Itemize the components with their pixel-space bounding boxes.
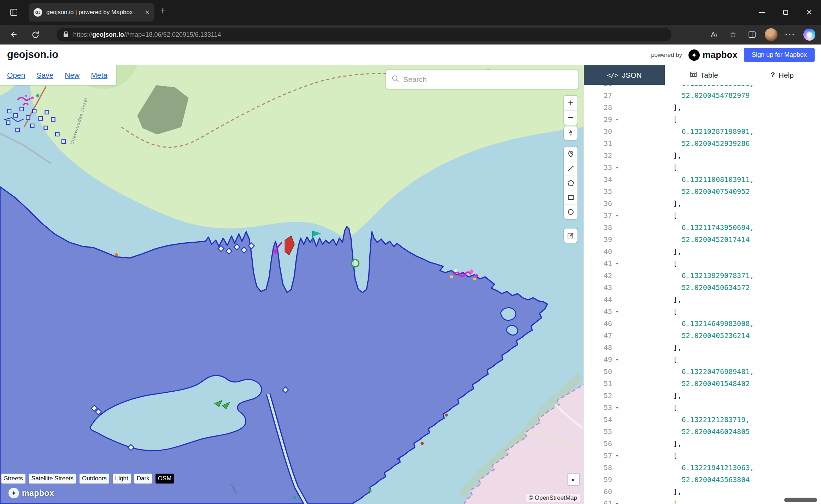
zoom-in-button[interactable]: + xyxy=(564,96,577,110)
editor-line-42[interactable]: 42 6.13213929078371, xyxy=(584,269,821,281)
open-button[interactable]: Open xyxy=(7,71,25,79)
code-text[interactable]: 52.0200452939286 xyxy=(622,137,750,149)
fold-arrow-icon[interactable]: ▾ xyxy=(612,450,622,462)
code-text[interactable]: [ xyxy=(622,306,678,318)
feature-teal-dot[interactable] xyxy=(36,94,39,97)
fold-arrow-icon[interactable]: ▾ xyxy=(612,113,622,125)
feature-green-circle[interactable] xyxy=(351,260,359,267)
code-text[interactable]: ], xyxy=(622,486,682,498)
editor-line-38[interactable]: 38 6.13211743950694, xyxy=(584,221,821,233)
draw-polygon-button[interactable] xyxy=(564,176,577,190)
new-button[interactable]: New xyxy=(65,71,80,79)
editor-line-46[interactable]: 46 6.13214649983008, xyxy=(584,318,821,330)
editor-line-51[interactable]: 51 52.0200401548402 xyxy=(584,378,821,390)
code-text[interactable]: 52.0200452017414 xyxy=(622,233,750,245)
fold-arrow-icon[interactable]: ▾ xyxy=(612,354,622,366)
code-text[interactable]: ], xyxy=(622,149,682,161)
code-text[interactable]: [ xyxy=(622,113,678,125)
map-mapbox-logo[interactable]: mapbox xyxy=(8,488,54,498)
fold-arrow-icon[interactable]: ▾ xyxy=(612,402,622,414)
code-text[interactable]: 52.0200405236214 xyxy=(622,330,750,342)
fold-arrow-icon[interactable]: ▾ xyxy=(612,257,622,269)
code-text[interactable]: ], xyxy=(622,245,682,257)
browser-menu-icon[interactable]: ··· xyxy=(782,30,798,40)
compass-button[interactable] xyxy=(564,126,577,140)
copilot-icon[interactable] xyxy=(801,29,817,41)
editor-line-49[interactable]: 49▾ [ xyxy=(584,354,821,366)
editor-line-41[interactable]: 41▾ [ xyxy=(584,257,821,269)
editor-line-29[interactable]: 29▾ [ xyxy=(584,113,821,125)
split-screen-icon[interactable] xyxy=(744,30,760,39)
editor-line-55[interactable]: 55 52.0200446024805 xyxy=(584,426,821,438)
editor-line-47[interactable]: 47 52.0200405236214 xyxy=(584,330,821,342)
code-text[interactable]: 6.1322121283719, xyxy=(622,414,750,426)
basemap-style-osm[interactable]: OSM xyxy=(156,474,174,484)
basemap-style-streets[interactable]: Streets xyxy=(1,474,25,484)
editor-line-43[interactable]: 43 52.0200450634572 xyxy=(584,281,821,293)
read-aloud-button[interactable]: A) xyxy=(706,31,722,38)
fold-arrow-icon[interactable]: ▾ xyxy=(612,306,622,318)
fold-arrow-icon[interactable]: ▾ xyxy=(612,498,622,504)
new-tab-button[interactable]: + xyxy=(160,5,166,17)
editor-line-27[interactable]: 27 52.0200454782979 xyxy=(584,89,821,101)
draw-circle-button[interactable] xyxy=(564,204,577,219)
code-text[interactable]: ], xyxy=(622,342,682,354)
code-text[interactable]: 52.0200450634572 xyxy=(622,281,750,293)
search-input[interactable] xyxy=(403,75,573,84)
address-bar[interactable]: https://geojson.io/#map=18.06/52.020915/… xyxy=(57,28,672,41)
editor-line-48[interactable]: 48 ], xyxy=(584,342,821,354)
signup-mapbox-button[interactable]: Sign up for Mapbox xyxy=(744,48,815,62)
editor-line-35[interactable]: 35 52.0200407540952 xyxy=(584,185,821,197)
editor-line-26[interactable]: 26 6.13209373896298, xyxy=(584,85,821,89)
code-text[interactable]: 6.13211008103911, xyxy=(622,173,754,185)
code-text[interactable]: [ xyxy=(622,498,678,504)
code-text[interactable]: 6.13213929078371, xyxy=(622,269,754,281)
draw-marker-button[interactable] xyxy=(564,147,577,161)
code-text[interactable]: 52.0200407540952 xyxy=(622,185,750,197)
window-close-button[interactable]: × xyxy=(797,0,821,25)
editor-line-40[interactable]: 40 ], xyxy=(584,245,821,257)
editor-line-59[interactable]: 59 52.0200445563804 xyxy=(584,474,821,486)
code-text[interactable]: 6.13220476989481, xyxy=(622,366,754,378)
save-button[interactable]: Save xyxy=(36,71,53,79)
editor-line-28[interactable]: 28 ], xyxy=(584,101,821,113)
basemap-style-satellite-streets[interactable]: Satellite Streets xyxy=(29,474,76,484)
editor-line-60[interactable]: 60 ], xyxy=(584,486,821,498)
panel-collapse-button[interactable]: ▸ xyxy=(568,474,579,485)
favorites-star-icon[interactable]: ☆ xyxy=(725,30,741,40)
code-text[interactable]: 6.13211743950694, xyxy=(622,221,754,233)
mapbox-logo[interactable]: mapbox xyxy=(688,49,738,61)
editor-line-45[interactable]: 45▾ [ xyxy=(584,306,821,318)
editor-line-37[interactable]: 37▾ [ xyxy=(584,209,821,221)
tab-actions-icon[interactable] xyxy=(8,7,19,18)
editor-line-44[interactable]: 44 ], xyxy=(584,293,821,306)
editor-line-52[interactable]: 52 ], xyxy=(584,390,821,402)
editor-line-36[interactable]: 36 ], xyxy=(584,197,821,209)
code-text[interactable]: [ xyxy=(622,402,678,414)
code-text[interactable]: 52.0200446024805 xyxy=(622,426,750,438)
editor-line-54[interactable]: 54 6.1322121283719, xyxy=(584,414,821,426)
tab-json[interactable]: </> JSON xyxy=(584,65,665,85)
editor-line-57[interactable]: 57▾ [ xyxy=(584,450,821,462)
code-text[interactable]: [ xyxy=(622,161,678,173)
code-text[interactable]: 52.0200445563804 xyxy=(622,474,750,486)
meta-button[interactable]: Meta xyxy=(91,71,107,79)
code-text[interactable]: 6.13209373896298, xyxy=(622,85,754,89)
code-text[interactable]: 6.13214649983008, xyxy=(622,318,754,330)
browser-tab[interactable]: GJ geojson.io | powered by Mapbox × xyxy=(29,3,154,22)
editor-line-31[interactable]: 31 52.0200452939286 xyxy=(584,137,821,149)
code-text[interactable]: [ xyxy=(622,209,678,221)
editor-line-33[interactable]: 33▾ [ xyxy=(584,161,821,173)
basemap-style-light[interactable]: Light xyxy=(113,474,131,484)
refresh-button[interactable] xyxy=(28,30,43,39)
map-attribution[interactable]: © OpenStreetMap xyxy=(526,494,580,502)
draw-line-button[interactable] xyxy=(564,161,577,176)
code-text[interactable]: 6.13221941213063, xyxy=(622,462,754,474)
code-text[interactable]: [ xyxy=(622,450,678,462)
editor-line-58[interactable]: 58 6.13221941213063, xyxy=(584,462,821,474)
zoom-out-button[interactable]: − xyxy=(564,110,577,125)
editor-line-30[interactable]: 30 6.13210287198901, xyxy=(584,125,821,137)
editor-scrollbar-thumb[interactable] xyxy=(784,498,817,502)
editor-line-50[interactable]: 50 6.13220476989481, xyxy=(584,366,821,378)
code-text[interactable]: ], xyxy=(622,101,682,113)
